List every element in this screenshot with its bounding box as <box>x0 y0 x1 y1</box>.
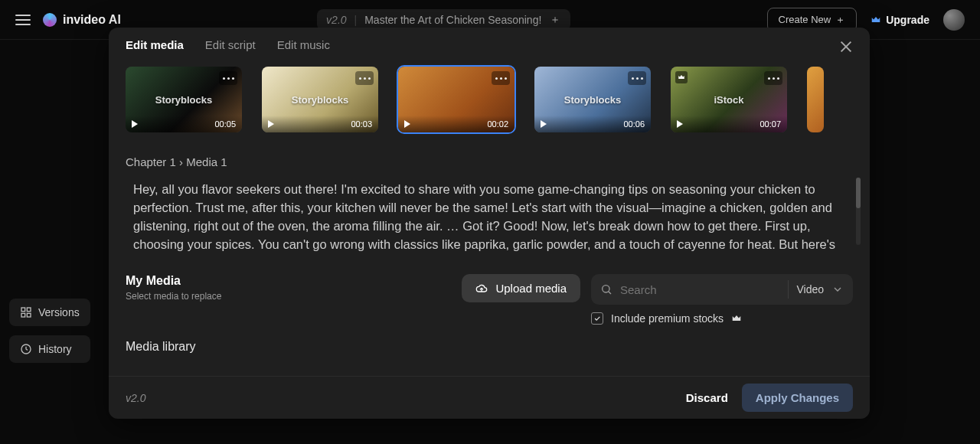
play-icon[interactable] <box>268 120 274 128</box>
clips-strip[interactable]: Storyblocks 00:05 Storyblocks 00:03 00:0… <box>109 59 870 146</box>
modal-footer: v2.0 Discard Apply Changes <box>109 376 870 419</box>
create-new-label: Create New <box>779 14 831 25</box>
brand-logo-icon <box>43 13 57 27</box>
history-button[interactable]: History <box>9 335 90 363</box>
clip-more-icon[interactable] <box>764 71 782 85</box>
tab-edit-media[interactable]: Edit media <box>126 38 184 51</box>
clip-thumb[interactable]: Storyblocks 00:03 <box>262 67 378 132</box>
upgrade-button[interactable]: Upgrade <box>871 14 929 26</box>
play-icon[interactable] <box>132 120 138 128</box>
scrollbar-thumb[interactable] <box>856 178 861 208</box>
footer-version: v2.0 <box>126 392 145 404</box>
upload-media-button[interactable]: Upload media <box>462 274 580 302</box>
clip-duration: 00:03 <box>351 119 372 129</box>
clip-thumb[interactable]: iStock 00:07 <box>671 67 787 132</box>
upgrade-label: Upgrade <box>886 14 929 26</box>
brand-name: invideo AI <box>63 13 121 27</box>
my-media-row: My Media Select media to replace Upload … <box>109 260 870 328</box>
grid-icon <box>20 306 32 318</box>
media-kind-label: Video <box>796 283 824 295</box>
clip-more-icon[interactable] <box>219 71 237 85</box>
edit-media-modal: Edit media Edit script Edit music Storyb… <box>109 28 870 419</box>
clip-thumb[interactable]: Storyblocks 00:06 <box>534 67 651 132</box>
left-rail: Versions History <box>9 299 90 363</box>
svg-rect-1 <box>27 308 31 312</box>
clock-icon <box>20 343 32 355</box>
script-pre: Hey, all you flavor seekers out there! I… <box>133 182 835 254</box>
include-premium-checkbox[interactable] <box>591 312 603 325</box>
search-icon <box>600 283 612 295</box>
clip-watermark: Storyblocks <box>564 94 621 106</box>
scrollbar[interactable] <box>856 178 861 245</box>
clip-duration: 00:07 <box>760 119 781 129</box>
script-text[interactable]: Hey, all you flavor seekers out there! I… <box>126 181 853 254</box>
clip-more-icon[interactable] <box>355 71 374 85</box>
versions-button[interactable]: Versions <box>9 299 90 326</box>
doc-version: v2.0 <box>326 14 346 26</box>
svg-rect-0 <box>21 308 25 312</box>
clip-thumb[interactable]: 00:02 <box>398 67 514 132</box>
play-icon[interactable] <box>541 120 547 128</box>
my-media-subtitle: Select media to replace <box>126 291 221 302</box>
clip-thumb-peek[interactable] <box>807 67 824 132</box>
close-icon[interactable] <box>839 40 853 54</box>
modal-tabs: Edit media Edit script Edit music <box>109 28 870 59</box>
play-icon[interactable] <box>404 120 410 128</box>
chevron-down-icon <box>831 283 844 295</box>
brand[interactable]: invideo AI <box>43 13 121 27</box>
tab-edit-music[interactable]: Edit music <box>277 38 330 51</box>
svg-point-5 <box>603 286 609 292</box>
crown-icon <box>731 313 742 324</box>
svg-rect-2 <box>21 313 25 317</box>
search-field[interactable]: Video <box>591 274 853 305</box>
play-icon[interactable] <box>677 120 683 128</box>
plus-icon: ＋ <box>835 13 845 27</box>
tab-edit-script[interactable]: Edit script <box>205 38 256 51</box>
hamburger-menu-icon[interactable] <box>15 15 31 25</box>
clip-watermark: Storyblocks <box>292 94 348 106</box>
discard-button[interactable]: Discard <box>686 391 728 404</box>
media-library-heading: Media library <box>109 328 870 354</box>
clip-watermark: iStock <box>714 94 743 106</box>
breadcrumb: Chapter 1 › Media 1 <box>109 146 870 175</box>
svg-rect-3 <box>27 313 31 317</box>
my-media-title: My Media <box>126 274 221 288</box>
clip-duration: 00:06 <box>623 119 645 129</box>
doc-title: Master the Art of Chicken Seasoning! <box>364 14 541 26</box>
clip-more-icon[interactable] <box>492 71 510 85</box>
clip-watermark: Storyblocks <box>155 94 212 106</box>
apply-changes-button[interactable]: Apply Changes <box>742 384 853 412</box>
cloud-upload-icon <box>475 282 488 295</box>
crown-icon <box>871 15 881 25</box>
avatar[interactable] <box>943 9 965 31</box>
media-kind-select[interactable]: Video <box>796 283 844 295</box>
include-premium-label: Include premium stocks <box>611 312 724 325</box>
search-input[interactable] <box>620 283 780 296</box>
breadcrumb-chapter[interactable]: Chapter 1 <box>126 155 176 168</box>
clip-duration: 00:02 <box>487 119 508 129</box>
breadcrumb-media[interactable]: Media 1 <box>186 155 227 168</box>
breadcrumb-sep: › <box>179 155 183 168</box>
script-panel: Hey, all you flavor seekers out there! I… <box>121 175 858 260</box>
include-premium-row[interactable]: Include premium stocks <box>591 312 853 325</box>
add-tab-icon[interactable]: ＋ <box>549 14 561 26</box>
clip-duration: 00:05 <box>214 119 236 129</box>
clip-thumb[interactable]: Storyblocks 00:05 <box>126 67 242 132</box>
history-label: History <box>38 343 72 355</box>
premium-badge-icon <box>675 71 688 83</box>
versions-label: Versions <box>38 306 80 318</box>
clip-more-icon[interactable] <box>628 71 646 85</box>
upload-media-label: Upload media <box>495 282 567 295</box>
